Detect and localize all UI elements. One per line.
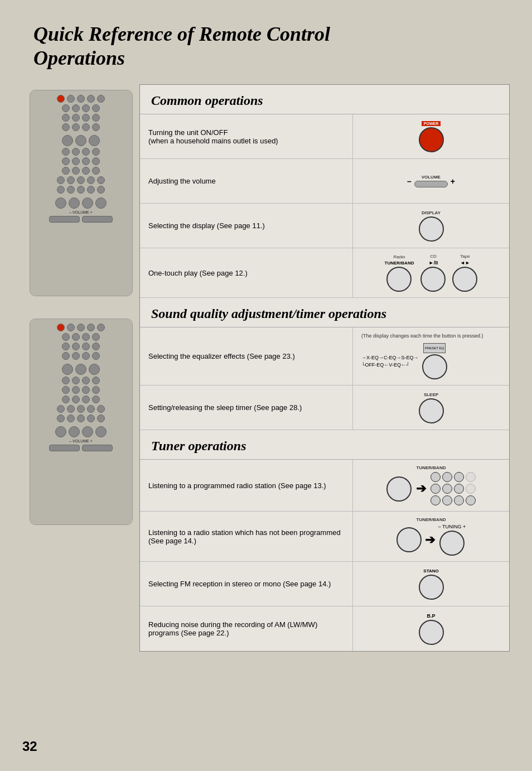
- volume-visual: – VOLUME +: [353, 159, 509, 203]
- stano-visual: STANO: [353, 562, 509, 606]
- tuning-label: – TUNING +: [438, 524, 466, 529]
- display-label: DISPLAY: [422, 210, 441, 215]
- preset-dots-grid: [431, 472, 476, 505]
- tuner-arrow-2: ➔: [425, 533, 435, 547]
- remote-image-2: – VOLUME +: [30, 319, 133, 525]
- page-number: 32: [22, 739, 37, 754]
- tuner-preset-row: Listening to a programmed radio station …: [140, 460, 509, 512]
- onetouch-desc: One-touch play (See page 12.): [140, 248, 353, 297]
- stano-row: Selecting FM reception in stereo or mono…: [140, 562, 509, 606]
- eq-row: Selecting the equalizer effects (See pag…: [140, 327, 509, 386]
- playpause-label: ►/II: [429, 260, 438, 266]
- bp-label: B.P: [427, 613, 435, 619]
- tuning-button[interactable]: [439, 531, 465, 556]
- power-row: Turning the unit ON/OFF(when a household…: [140, 114, 509, 159]
- rewind-label: ◄►: [460, 260, 470, 266]
- tape-label: Tape: [460, 254, 470, 259]
- stano-desc: Selecting FM reception in stereo or mono…: [140, 562, 353, 606]
- bp-desc: Reducing noise during the recording of A…: [140, 606, 353, 651]
- power-button[interactable]: [419, 127, 444, 152]
- volume-slider: [414, 181, 448, 187]
- display-button[interactable]: [419, 216, 444, 242]
- tunerband-button-2[interactable]: [386, 476, 412, 502]
- eq-note: (The display changes each time the butto…: [361, 333, 483, 340]
- tunerband-button-3[interactable]: [396, 527, 422, 552]
- onetouch-visual: Radio TUNER/BAND CD ►/II Tape ◄►: [353, 248, 509, 297]
- stano-label: STANO: [423, 568, 438, 574]
- tunerband-button[interactable]: [386, 267, 412, 292]
- sleep-desc: Setting/releasing the sleep timer (See p…: [140, 386, 353, 430]
- remote-image-1: – VOLUME +: [30, 90, 133, 296]
- content-column: Common operations Turning the unit ON/OF…: [139, 84, 510, 652]
- bp-row: Reducing noise during the recording of A…: [140, 606, 509, 651]
- eq-visual: (The display changes each time the butto…: [353, 327, 509, 385]
- eq-flow-2: └OFF-EQ←V-EQ←┘: [361, 362, 419, 368]
- sound-operations-header: Sound quality adjustment/timer operation…: [140, 298, 509, 327]
- volume-plus: +: [451, 177, 455, 186]
- volume-desc: Adjusting the volume: [140, 159, 353, 203]
- preset-eq-label: PRESET EQ: [423, 343, 446, 353]
- display-desc: Selecting the display (See page 11.): [140, 204, 353, 248]
- tunerband-label-3: TUNER/BAND: [417, 517, 446, 522]
- power-visual: POWER: [353, 114, 509, 158]
- onetouch-row: One-touch play (See page 12.) Radio TUNE…: [140, 248, 509, 298]
- bp-visual: B.P: [353, 606, 509, 651]
- display-row: Selecting the display (See page 11.) DIS…: [140, 204, 509, 248]
- sleep-button[interactable]: [419, 398, 444, 423]
- sleep-visual: SLEEP: [353, 386, 509, 430]
- bp-button[interactable]: [419, 620, 444, 645]
- eq-desc: Selecting the equalizer effects (See pag…: [140, 327, 353, 385]
- cd-label: CD: [430, 254, 437, 259]
- volume-label: VOLUME: [422, 175, 441, 180]
- sleep-label: SLEEP: [424, 392, 438, 397]
- preset-eq-button[interactable]: [422, 354, 447, 379]
- power-desc: Turning the unit ON/OFF(when a household…: [140, 114, 353, 158]
- power-label: POWER: [422, 121, 441, 126]
- tuner-operations-header: Tuner operations: [140, 430, 509, 460]
- volume-minus: –: [407, 177, 412, 186]
- common-operations-header: Common operations: [140, 85, 509, 114]
- tuner-manual-visual: TUNER/BAND ➔ – TUNING +: [353, 512, 509, 561]
- tunerband-label: TUNER/BAND: [385, 261, 414, 266]
- remote-column: – VOLUME +: [22, 84, 139, 652]
- tunerband-label-2: TUNER/BAND: [417, 465, 446, 470]
- sleep-row: Setting/releasing the sleep timer (See p…: [140, 386, 509, 430]
- rewind-button[interactable]: [452, 267, 477, 292]
- tuner-manual-desc: Listening to a radio station which has n…: [140, 512, 353, 561]
- eq-flow-1: →X-EQ→C-EQ→S-EQ→: [361, 355, 419, 360]
- page-title: Quick Reference of Remote Control Operat…: [33, 22, 521, 70]
- volume-row: Adjusting the volume – VOLUME +: [140, 159, 509, 204]
- stano-button[interactable]: [419, 575, 444, 600]
- playpause-button[interactable]: [420, 267, 446, 292]
- tuner-preset-desc: Listening to a programmed radio station …: [140, 460, 353, 511]
- tuner-arrow-1: ➔: [416, 481, 426, 496]
- tuner-preset-visual: TUNER/BAND ➔: [353, 460, 509, 511]
- radio-label: Radio: [394, 254, 405, 259]
- display-visual: DISPLAY: [353, 204, 509, 248]
- tuner-manual-row: Listening to a radio station which has n…: [140, 512, 509, 562]
